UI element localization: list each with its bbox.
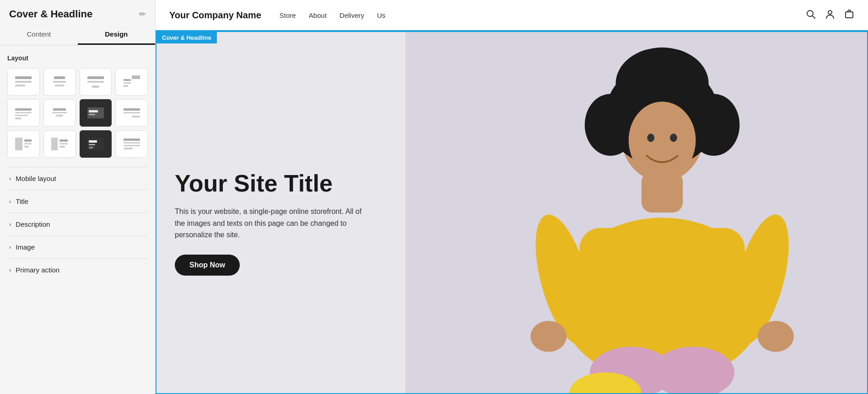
panel-content: Layout <box>0 45 155 290</box>
left-panel: Cover & Headline ✏ Content Design Layout <box>0 0 156 394</box>
collapsible-image[interactable]: › Image <box>7 235 148 258</box>
svg-rect-22 <box>89 114 95 115</box>
layout-option-6[interactable] <box>43 99 76 127</box>
hero-title: Your Site Title <box>175 170 367 197</box>
layout-option-2[interactable] <box>43 68 76 96</box>
svg-rect-26 <box>15 138 22 150</box>
layout-option-3[interactable] <box>80 68 112 96</box>
layout-section-label: Layout <box>7 54 148 62</box>
collapsible-mobile-layout[interactable]: › Mobile layout <box>7 167 148 190</box>
layout-option-1[interactable] <box>7 68 40 96</box>
chevron-icon: › <box>9 221 11 228</box>
tab-content[interactable]: Content <box>0 25 78 45</box>
svg-rect-17 <box>53 108 66 111</box>
svg-rect-31 <box>59 139 68 142</box>
svg-rect-2 <box>15 85 25 86</box>
layout-grid <box>7 68 148 158</box>
site-logo: Your Company Name <box>169 10 261 21</box>
chevron-icon: › <box>9 244 11 250</box>
svg-rect-9 <box>132 75 140 79</box>
svg-rect-18 <box>52 112 67 113</box>
svg-rect-19 <box>56 115 63 117</box>
svg-rect-20 <box>87 107 104 118</box>
svg-rect-23 <box>124 108 140 111</box>
chevron-icon: › <box>9 198 11 205</box>
svg-rect-5 <box>55 85 64 86</box>
svg-rect-12 <box>124 85 128 87</box>
nav-link-us[interactable]: Us <box>377 11 385 19</box>
nav-links: Store About Delivery Us <box>280 11 806 19</box>
svg-rect-28 <box>24 143 32 144</box>
nav-link-about[interactable]: About <box>309 11 327 19</box>
svg-rect-3 <box>54 76 65 79</box>
layout-option-10[interactable] <box>43 130 76 158</box>
svg-rect-11 <box>124 82 131 84</box>
svg-rect-8 <box>92 85 99 88</box>
svg-rect-30 <box>51 138 58 150</box>
svg-point-56 <box>647 133 654 142</box>
svg-point-55 <box>628 101 695 179</box>
layout-option-9[interactable] <box>7 130 40 158</box>
cart-icon[interactable] <box>844 9 854 21</box>
svg-rect-21 <box>89 110 98 112</box>
svg-point-44 <box>828 11 832 14</box>
svg-rect-1 <box>15 81 32 83</box>
svg-rect-4 <box>53 81 66 83</box>
svg-point-57 <box>670 133 677 142</box>
svg-rect-0 <box>15 76 32 79</box>
svg-point-61 <box>757 321 793 352</box>
svg-rect-25 <box>132 116 140 117</box>
nav-icons <box>806 9 854 21</box>
hero-image-area <box>405 32 867 393</box>
nav-link-store[interactable]: Store <box>280 11 296 19</box>
layout-option-11[interactable] <box>80 130 112 158</box>
layout-option-5[interactable] <box>7 99 40 127</box>
svg-rect-38 <box>124 138 140 141</box>
collapsible-description[interactable]: › Description <box>7 213 148 235</box>
svg-rect-24 <box>124 112 140 113</box>
layout-option-12[interactable] <box>115 130 148 158</box>
collapsible-primary-action[interactable]: › Primary action <box>7 258 148 281</box>
layout-option-4[interactable] <box>115 68 148 96</box>
cover-badge[interactable]: Cover & Headline <box>156 32 217 43</box>
hero-description: This is your website, a single-page onli… <box>175 206 367 241</box>
hero-content: Your Site Title This is your website, a … <box>175 170 367 276</box>
chevron-icon: › <box>9 175 11 182</box>
shop-now-button[interactable]: Shop Now <box>175 255 240 276</box>
panel-title: Cover & Headline <box>9 8 92 20</box>
svg-rect-33 <box>59 146 65 148</box>
svg-rect-41 <box>124 148 133 149</box>
tab-design[interactable]: Design <box>78 25 156 45</box>
collapsible-title[interactable]: › Title <box>7 190 148 213</box>
svg-rect-32 <box>59 143 68 144</box>
svg-rect-36 <box>89 144 95 145</box>
svg-rect-45 <box>846 12 853 18</box>
nav-link-delivery[interactable]: Delivery <box>340 11 364 19</box>
svg-rect-48 <box>579 228 744 352</box>
site-nav: Your Company Name Store About Delivery U… <box>156 0 868 31</box>
edit-icon[interactable]: ✏ <box>139 9 146 19</box>
svg-rect-10 <box>124 79 131 81</box>
panel-header: Cover & Headline ✏ <box>0 0 155 25</box>
svg-rect-14 <box>15 112 32 113</box>
tabs-row: Content Design <box>0 25 155 45</box>
hero-section: Cover & Headline <box>156 31 868 394</box>
svg-rect-29 <box>24 146 29 148</box>
svg-point-60 <box>530 321 566 352</box>
svg-rect-13 <box>15 108 32 111</box>
svg-rect-15 <box>15 115 28 116</box>
layout-option-7[interactable] <box>80 99 112 127</box>
svg-rect-7 <box>87 81 104 83</box>
svg-rect-16 <box>15 117 22 119</box>
svg-rect-27 <box>24 139 32 142</box>
main-area: Your Company Name Store About Delivery U… <box>156 0 868 394</box>
chevron-icon: › <box>9 266 11 273</box>
search-icon[interactable] <box>806 9 816 21</box>
user-icon[interactable] <box>825 9 835 21</box>
svg-rect-40 <box>124 145 140 146</box>
svg-line-43 <box>813 16 815 18</box>
svg-rect-35 <box>89 140 97 143</box>
layout-option-8[interactable] <box>115 99 148 127</box>
svg-rect-37 <box>89 147 93 149</box>
svg-rect-39 <box>124 142 140 144</box>
